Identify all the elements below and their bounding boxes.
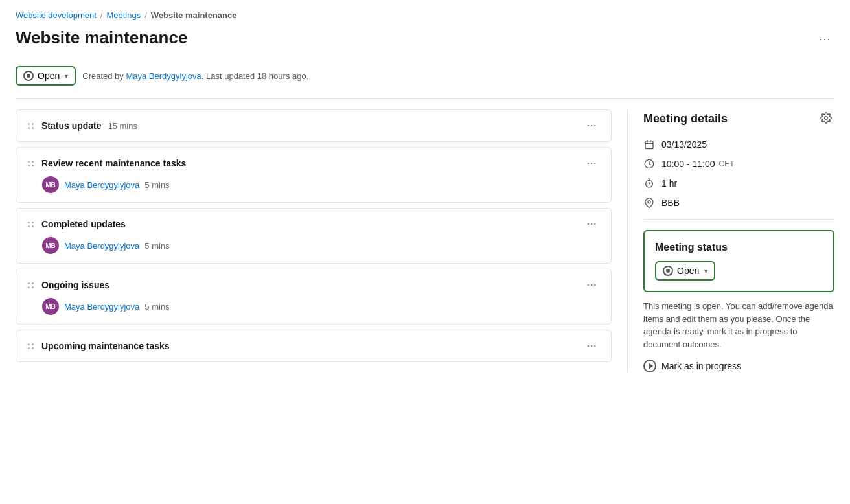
meeting-details-header: Meeting details <box>643 109 834 128</box>
status-chevron-icon: ▾ <box>704 268 707 275</box>
agenda-title-text: Ongoing issues <box>41 280 109 290</box>
drag-handle[interactable] <box>27 159 35 168</box>
meeting-time: 10:00 - 11:00 CET <box>661 159 735 169</box>
status-open-button[interactable]: Open ▾ <box>16 66 76 86</box>
time-range: 10:00 - 11:00 <box>661 159 715 169</box>
clock-icon <box>643 158 655 170</box>
agenda-item-header: Completed updates ⋯ <box>27 218 601 231</box>
status-chevron-icon: ▾ <box>65 73 68 80</box>
breadcrumb: Website development / Meetings / Website… <box>16 10 834 20</box>
svg-rect-1 <box>645 141 653 149</box>
status-dot <box>27 74 30 78</box>
meeting-time-row: 10:00 - 11:00 CET <box>643 158 834 170</box>
agenda-item-more-button[interactable]: ⋯ <box>582 157 601 170</box>
calendar-icon <box>643 139 655 150</box>
main-layout: Status update 15 mins ⋯ Review re <box>16 109 834 372</box>
play-triangle-icon <box>649 363 653 369</box>
drag-handle[interactable] <box>27 281 35 290</box>
breadcrumb-link-meetings[interactable]: Meetings <box>106 10 141 20</box>
assignee-duration: 5 mins <box>144 302 169 312</box>
agenda-item-left: Upcoming maintenance tasks <box>27 341 170 351</box>
avatar: MB <box>42 298 59 315</box>
meeting-date: 03/13/2025 <box>661 139 707 150</box>
assignee-duration: 5 mins <box>144 241 169 251</box>
agenda-item-meta: MB Maya Berdygylyjova 5 mins <box>27 237 601 254</box>
last-updated: Last updated 18 hours ago. <box>206 71 308 81</box>
assignee-link[interactable]: Maya Berdygylyjova <box>64 180 139 190</box>
status-circle-icon <box>663 266 673 276</box>
status-circle-icon <box>23 71 34 81</box>
agenda-item-title: Status update 15 mins <box>41 120 137 131</box>
agenda-item-left: Completed updates <box>27 219 126 229</box>
breadcrumb-sep-2: / <box>144 10 147 20</box>
creator-link[interactable]: Maya Berdygylyjova <box>126 71 201 81</box>
location-icon <box>643 197 655 209</box>
agenda-item-header: Ongoing issues ⋯ <box>27 279 601 292</box>
breadcrumb-sep-1: / <box>100 10 103 20</box>
meeting-location: BBB <box>661 198 680 208</box>
agenda-item-header: Review recent maintenance tasks ⋯ <box>27 157 601 170</box>
agenda-list: Status update 15 mins ⋯ Review re <box>16 109 612 372</box>
avatar: MB <box>42 237 59 254</box>
meeting-status-title: Meeting status <box>655 242 823 253</box>
agenda-title-text: Upcoming maintenance tasks <box>41 341 170 351</box>
play-circle-icon <box>643 360 656 372</box>
meeting-location-row: BBB <box>643 197 834 209</box>
agenda-duration-text: 15 mins <box>108 121 137 131</box>
status-dot <box>666 269 670 273</box>
status-description: This meeting is open. You can add/remove… <box>643 300 834 350</box>
meeting-details-title: Meeting details <box>643 112 728 126</box>
agenda-title-text: Review recent maintenance tasks <box>41 158 186 168</box>
meeting-status-label: Open <box>677 266 699 276</box>
breadcrumb-current: Website maintenance <box>151 10 237 20</box>
settings-gear-button[interactable] <box>818 109 834 128</box>
assignee-link[interactable]: Maya Berdygylyjova <box>64 302 139 312</box>
meeting-duration-row: 1 hr <box>643 178 834 189</box>
avatar: MB <box>42 176 59 193</box>
timezone-badge: CET <box>719 159 735 168</box>
agenda-item-more-button[interactable]: ⋯ <box>582 339 601 352</box>
drag-handle[interactable] <box>27 342 35 350</box>
breadcrumb-link-website-dev[interactable]: Website development <box>16 10 97 20</box>
agenda-item: Ongoing issues ⋯ MB Maya Berdygylyjova 5… <box>16 269 612 325</box>
agenda-title-text: Completed updates <box>41 219 126 229</box>
meeting-duration: 1 hr <box>661 178 677 189</box>
svg-point-0 <box>825 117 828 120</box>
agenda-item-meta: MB Maya Berdygylyjova 5 mins <box>27 176 601 193</box>
agenda-item-header: Status update 15 mins ⋯ <box>27 119 601 132</box>
agenda-item: Upcoming maintenance tasks ⋯ <box>16 330 612 362</box>
agenda-title-text: Status update <box>41 120 102 131</box>
agenda-item-meta: MB Maya Berdygylyjova 5 mins <box>27 298 601 315</box>
agenda-item: Completed updates ⋯ MB Maya Berdygylyjov… <box>16 208 612 264</box>
agenda-item-more-button[interactable]: ⋯ <box>582 279 601 292</box>
page-title: Website maintenance <box>16 28 187 48</box>
mark-as-in-progress-button[interactable]: Mark as in progress <box>643 360 741 372</box>
status-label: Open <box>38 71 60 81</box>
header-divider <box>16 98 834 99</box>
created-by-text: Created by Maya Berdygylyjova. Last upda… <box>82 71 308 81</box>
meeting-status-button[interactable]: Open ▾ <box>655 261 715 281</box>
drag-handle[interactable] <box>27 122 35 130</box>
mark-progress-label: Mark as in progress <box>661 361 741 371</box>
details-divider <box>643 219 834 220</box>
agenda-item-left: Review recent maintenance tasks <box>27 158 186 168</box>
meeting-status-box: Meeting status Open ▾ <box>643 230 834 292</box>
agenda-item: Review recent maintenance tasks ⋯ MB May… <box>16 147 612 203</box>
agenda-item-left: Ongoing issues <box>27 280 109 290</box>
status-bar: Open ▾ Created by Maya Berdygylyjova. La… <box>16 66 834 86</box>
agenda-item-header: Upcoming maintenance tasks ⋯ <box>27 339 601 352</box>
right-panel: Meeting details <box>627 109 834 372</box>
assignee-link[interactable]: Maya Berdygylyjova <box>64 241 139 251</box>
drag-handle[interactable] <box>27 220 35 229</box>
timer-icon <box>643 178 655 189</box>
agenda-item-more-button[interactable]: ⋯ <box>582 218 601 231</box>
svg-point-9 <box>648 201 650 203</box>
agenda-item-left: Status update 15 mins <box>27 120 137 131</box>
page-more-button[interactable]: ⋯ <box>815 32 834 46</box>
agenda-item: Status update 15 mins ⋯ <box>16 109 612 142</box>
assignee-duration: 5 mins <box>144 180 169 190</box>
agenda-item-more-button[interactable]: ⋯ <box>582 119 601 132</box>
meeting-date-row: 03/13/2025 <box>643 139 834 150</box>
